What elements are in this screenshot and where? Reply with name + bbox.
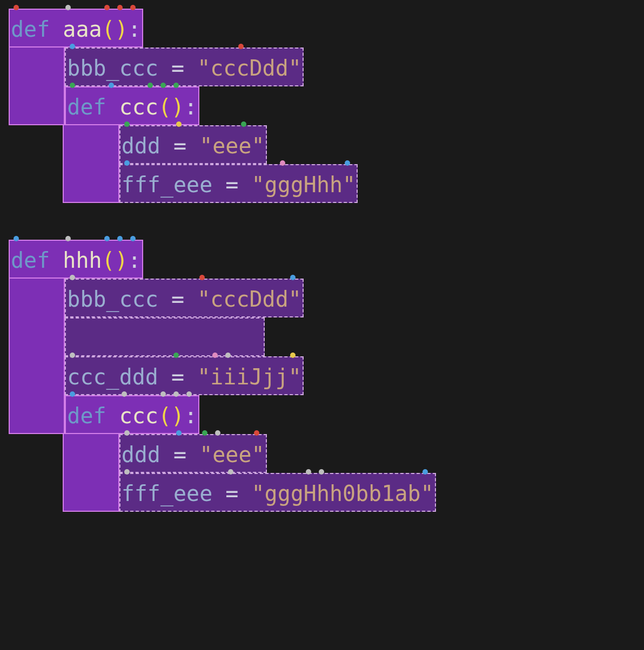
marker-dot <box>238 44 244 49</box>
marker-dot <box>173 353 179 358</box>
code-segment: ddd = "eee" <box>119 125 267 164</box>
marker-dot <box>70 83 75 88</box>
code-token: = <box>158 287 197 312</box>
code-segment: def aaa(): <box>9 9 143 48</box>
code-segment <box>63 125 119 164</box>
marker-dot <box>228 469 233 475</box>
code-token: "eee" <box>199 442 264 467</box>
marker-dot <box>280 160 285 166</box>
code-line[interactable]: def aaa(): <box>9 9 635 48</box>
marker-dot <box>65 5 71 10</box>
marker-dot <box>422 469 428 475</box>
code-segment <box>9 48 65 86</box>
marker-dot <box>215 430 220 436</box>
marker-dot <box>254 430 259 436</box>
code-token: "gggHhh0bb1ab" <box>251 481 433 506</box>
marker-dot <box>306 469 311 475</box>
code-token: = <box>158 56 197 80</box>
code-token: hhh <box>63 248 102 273</box>
code-token: ( <box>102 248 115 273</box>
code-token: bbb_ccc <box>67 287 158 312</box>
code-token: ) <box>115 248 128 273</box>
code-token: : <box>128 17 141 42</box>
code-token: ccc <box>119 403 158 428</box>
marker-dot <box>124 160 130 166</box>
code-segment <box>9 125 63 164</box>
code-token: = <box>160 133 199 158</box>
code-line[interactable]: ddd = "eee" <box>9 125 635 164</box>
marker-dot <box>104 5 110 10</box>
marker-dot <box>147 83 153 88</box>
code-segment <box>9 434 63 473</box>
marker-dot <box>70 44 75 49</box>
marker-dot <box>70 353 75 358</box>
code-token: = <box>212 172 251 197</box>
block-aaa: def aaa(): bbb_ccc = "cccDdd" def ccc():… <box>9 9 635 203</box>
code-token: ddd <box>122 442 160 467</box>
code-segment <box>9 473 63 512</box>
code-token: ( <box>158 403 171 428</box>
marker-dot <box>104 236 110 241</box>
marker-dot <box>130 236 136 241</box>
marker-dot <box>124 469 130 475</box>
code-segment: fff_eee = "gggHhh" <box>119 164 358 203</box>
code-segment: bbb_ccc = "cccDdd" <box>65 48 303 86</box>
code-token: ) <box>171 403 184 428</box>
code-segment: bbb_ccc = "cccDdd" <box>65 279 303 317</box>
marker-dot <box>173 83 179 88</box>
marker-dot <box>212 353 218 358</box>
code-segment <box>9 317 65 356</box>
code-token: bbb_ccc <box>67 56 158 80</box>
code-token: "iiiJjj" <box>197 364 301 389</box>
marker-dot <box>70 275 75 280</box>
marker-dot <box>14 236 19 241</box>
marker-dot <box>117 5 123 10</box>
code-token: def <box>67 94 119 119</box>
marker-dot <box>160 83 166 88</box>
block-hhh: def hhh(): bbb_ccc = "cccDdd" ccc_ddd = … <box>9 240 635 512</box>
code-segment: ccc_ddd = "iiiJjj" <box>65 356 303 395</box>
code-token: ( <box>102 17 115 42</box>
code-segment: def ccc(): <box>65 86 199 125</box>
marker-dot <box>124 121 130 127</box>
code-token: "gggHhh" <box>251 172 355 197</box>
code-segment: def ccc(): <box>65 395 199 434</box>
code-line[interactable] <box>9 317 635 356</box>
code-line[interactable]: def ccc(): <box>9 86 635 125</box>
code-line[interactable]: fff_eee = "gggHhh0bb1ab" <box>9 473 635 512</box>
code-token: def <box>11 17 63 42</box>
code-editor[interactable]: def aaa(): bbb_ccc = "cccDdd" def ccc():… <box>0 0 644 557</box>
code-line[interactable]: def ccc(): <box>9 395 635 434</box>
marker-dot <box>122 391 127 397</box>
marker-dot <box>290 353 296 358</box>
code-token: "cccDdd" <box>197 287 301 312</box>
code-segment <box>9 395 65 434</box>
code-line[interactable]: fff_eee = "gggHhh" <box>9 164 635 203</box>
marker-dot <box>345 160 350 166</box>
marker-dot <box>176 430 182 436</box>
code-token: ddd <box>122 133 160 158</box>
code-line[interactable]: ccc_ddd = "iiiJjj" <box>9 356 635 395</box>
marker-dot <box>109 83 114 88</box>
code-line[interactable]: bbb_ccc = "cccDdd" <box>9 48 635 86</box>
code-segment <box>9 279 65 317</box>
code-line[interactable]: def hhh(): <box>9 240 635 279</box>
marker-dot <box>199 275 205 280</box>
code-segment <box>9 164 63 203</box>
code-line[interactable]: bbb_ccc = "cccDdd" <box>9 279 635 317</box>
code-token: "cccDdd" <box>197 56 301 80</box>
marker-dot <box>173 391 179 397</box>
code-token: ) <box>115 17 128 42</box>
code-segment: def hhh(): <box>9 240 143 279</box>
code-token: : <box>128 248 141 273</box>
marker-dot <box>14 5 19 10</box>
code-line[interactable]: ddd = "eee" <box>9 434 635 473</box>
marker-dot <box>65 236 71 241</box>
code-token: : <box>184 94 197 119</box>
marker-dot <box>130 5 136 10</box>
marker-dot <box>290 275 296 280</box>
marker-dot <box>202 430 207 436</box>
code-token: ( <box>158 94 171 119</box>
code-token: fff_eee <box>122 481 213 506</box>
code-token: = <box>212 481 251 506</box>
